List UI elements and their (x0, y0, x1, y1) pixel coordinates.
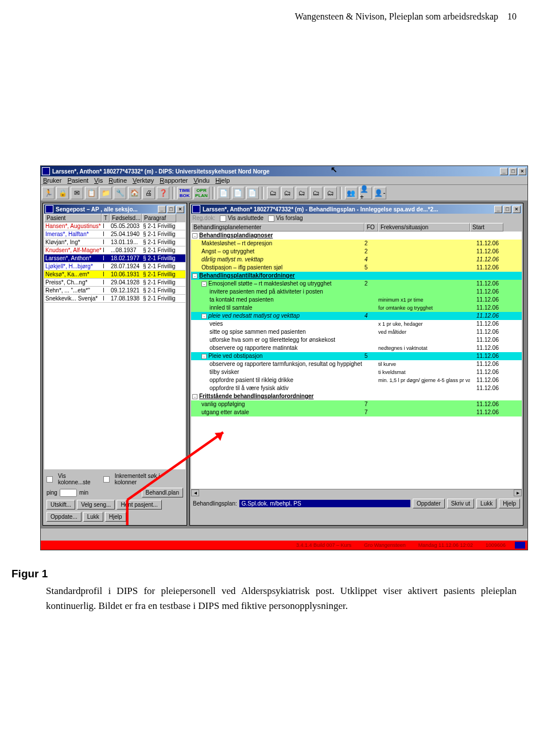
plan-row[interactable]: invitere pasienten med på aktiviteter i … (191, 288, 522, 296)
plan-row[interactable]: utforske hva som er og tilerettelegg for… (191, 336, 522, 344)
menu-vindu[interactable]: Vindu (193, 177, 209, 184)
right-close-button[interactable]: × (513, 206, 521, 213)
col-elementer[interactable]: Behandlingsplanelementer (191, 223, 364, 232)
plan-row[interactable]: utgang etter avtale711.12.06 (191, 408, 522, 416)
toolbar-button-2[interactable]: ✉ (71, 187, 83, 199)
plan-row[interactable]: Maktesløshet – rt depresjon211.12.06 (191, 240, 522, 248)
plan-row[interactable]: tilby sviskerti kveldsmat11.12.06 (191, 368, 522, 376)
toolbar-button-19[interactable]: 🗂 (296, 187, 308, 199)
col-fo[interactable]: FO (364, 223, 378, 232)
minimize-button[interactable]: _ (500, 168, 508, 175)
patient-row[interactable]: Ljøkjell*, H...bjørg*I28.07.1924§ 2-1 Fr… (44, 263, 185, 271)
patient-row[interactable]: Rehn*, ... "...eta*"I09.12.1921§ 2-1 Fri… (44, 287, 185, 295)
plan-row[interactable]: Obstipasjon – iflg pasienten sjøl511.12.… (191, 264, 522, 272)
right-max-button[interactable]: □ (503, 206, 511, 213)
toolbar-button-0[interactable]: 🏃 (42, 187, 55, 199)
plan-row[interactable]: ta kontakt med pasientenminimum x1 pr ti… (191, 296, 522, 304)
patient-row[interactable]: Larssen*, Anthon*I18.02.1977§ 2-1 Frivil… (44, 254, 185, 263)
plan-row[interactable]: -pleie ved nedsatt matlyst og vekttap411… (191, 312, 522, 320)
oppdater-right-button[interactable]: Oppdater (413, 499, 445, 508)
patient-row[interactable]: Kløvjan*, Ing*I13.01.19...§ 2-1 Frivilli… (44, 238, 185, 246)
toolbar-button-13[interactable]: 📄 (218, 187, 230, 199)
velg-seng-button[interactable]: Velg seng... (77, 500, 115, 510)
col-start[interactable]: Start (470, 223, 503, 232)
behandlplan-button[interactable]: Behandl.plan (142, 488, 183, 497)
toolbar-button-17[interactable]: 🗂 (267, 187, 280, 199)
utskrift-button[interactable]: Utskift... (46, 500, 75, 510)
toolbar-button-6[interactable]: 🏠 (128, 187, 141, 199)
scroll-right-icon[interactable]: ▸ (514, 489, 522, 496)
menu-verktoy[interactable]: Verktøy (133, 177, 154, 184)
patient-row[interactable]: Snekkevik... Svenja*I17.08.1938§ 2-1 Fri… (44, 295, 185, 303)
plan-row[interactable]: dårlig matlyst m. vekttap411.12.06 (191, 256, 522, 264)
plan-row[interactable]: -Emosjonell støtte – rt maktesløshet og … (191, 280, 522, 288)
plan-row[interactable]: -Behandlingsplandiagnoser (191, 232, 522, 240)
toolbar-button-18[interactable]: 🗂 (281, 187, 294, 199)
left-min-button[interactable]: _ (158, 206, 166, 213)
left-close-button[interactable]: × (176, 206, 184, 213)
patient-row[interactable]: Knudsen*, Alf-Magne*I...08.1937§ 2-1 Fri… (44, 246, 185, 254)
oprplan-button[interactable]: OPRPLAN (193, 187, 209, 199)
col-pasient[interactable]: Pasient (44, 214, 102, 222)
plan-row[interactable]: observere og rapportere matinntaknedtegn… (191, 344, 522, 352)
col-dob[interactable]: Fødselsd... (110, 214, 142, 222)
plan-row[interactable]: -Behandlingsplantiltak/forordninger (191, 272, 522, 280)
scroll-left-icon[interactable]: ◂ (191, 489, 199, 496)
plan-row[interactable]: -Pleie ved obstipasjon511.12.06 (191, 352, 522, 360)
inkrementelt-checkbox[interactable] (103, 476, 110, 483)
toolbar-button-7[interactable]: 🖨 (142, 187, 155, 199)
right-min-button[interactable]: _ (494, 206, 502, 213)
menu-bruker[interactable]: Bruker (43, 177, 61, 184)
vis-forslag-checkbox[interactable] (268, 215, 274, 222)
close-button[interactable]: × (518, 168, 526, 175)
skrivut-button[interactable]: Skriv ut (447, 499, 474, 508)
hjelp-button[interactable]: Hjelp (105, 512, 126, 522)
plan-row[interactable]: observere og rapportere tarmfunksjon, re… (191, 360, 522, 368)
menu-vis[interactable]: Vis (94, 177, 103, 184)
plan-row[interactable]: Angst – og utrygghet211.12.06 (191, 248, 522, 256)
patient-row[interactable]: Imeras*, Halftan*I25.04.1940§ 2-1 Frivil… (44, 230, 185, 238)
toolbar-button-3[interactable]: 📋 (85, 187, 98, 199)
toolbar-button-14[interactable]: 📄 (232, 187, 245, 199)
oppdater-button[interactable]: Oppdate... (46, 512, 82, 522)
timebok-button[interactable]: TIMEBOK (177, 187, 192, 199)
toolbar-button-4[interactable]: 📁 (99, 187, 112, 199)
plan-row[interactable]: -Frittstående behandlingsplanforordninge… (191, 392, 522, 400)
toolbar-button-24[interactable]: 👤+ (359, 187, 372, 199)
vis-kolonne-checkbox[interactable] (46, 476, 53, 483)
toolbar-button-21[interactable]: 🗂 (324, 187, 337, 199)
col-frekvens[interactable]: Frekvens/situasjon (378, 223, 470, 232)
patient-row[interactable]: Preiss*, Ch...ng*I29.04.1928§ 2-1 Frivil… (44, 279, 185, 287)
plan-row[interactable]: vanlig oppfølging711.12.06 (191, 400, 522, 408)
maximize-button[interactable]: □ (509, 168, 517, 175)
plan-row[interactable]: veiesx 1 pr uke, hedager11.12.06 (191, 320, 522, 328)
hjelp-right-button[interactable]: Hjelp (499, 499, 520, 508)
plan-row[interactable]: sitte og spise sammen med pasientenved m… (191, 328, 522, 336)
plan-row[interactable]: oppfordre pasient til rikleig drikkemin.… (191, 376, 522, 384)
lukk-button[interactable]: Lukk (83, 512, 103, 522)
behandlingsplan-value[interactable]: G.Spl.dok. m/behpl. PS (239, 500, 410, 507)
menu-rutine[interactable]: Rutine (108, 177, 127, 184)
toolbar-button-15[interactable]: 📄 (246, 187, 259, 199)
menu-rapporter[interactable]: Rapporter (160, 177, 188, 184)
col-paragraf[interactable]: Paragraf (142, 214, 176, 222)
hent-pasient-button[interactable]: Hent pasjent... (117, 500, 161, 510)
col-t[interactable]: T (102, 214, 110, 222)
toolbar-button-20[interactable]: 🗂 (310, 187, 323, 199)
toolbar-button-5[interactable]: 🔧 (114, 187, 126, 199)
toolbar-button-25[interactable]: 👤- (374, 187, 386, 199)
plan-row[interactable]: oppfordre til å være fysisk aktiv11.12.0… (191, 384, 522, 392)
plan-row[interactable]: innled til samtalefor omtanke og trygghe… (191, 304, 522, 312)
patient-row[interactable]: Hansen*, Augustinus*I05.05.2003§ 2-1 Fri… (44, 222, 185, 230)
menu-hjelp[interactable]: Hjelp (215, 177, 230, 184)
toolbar-button-1[interactable]: 🔒 (56, 187, 69, 199)
toolbar-button-23[interactable]: 👥 (345, 187, 358, 199)
toolbar-button-8[interactable]: ❓ (157, 187, 169, 199)
lukk-right-button[interactable]: Lukk (476, 499, 496, 508)
left-max-button[interactable]: □ (167, 206, 175, 213)
vis-avsluttede-checkbox[interactable] (220, 215, 226, 222)
left-titlebar: Sengepost – AP , alle seksjo... _ □ × (44, 205, 185, 214)
ping-input[interactable] (60, 489, 77, 497)
menu-pasient[interactable]: Pasient (67, 177, 88, 184)
patient-row[interactable]: Neksø*, Ka...em*I10.06.1931§ 2-1 Frivill… (44, 271, 185, 279)
